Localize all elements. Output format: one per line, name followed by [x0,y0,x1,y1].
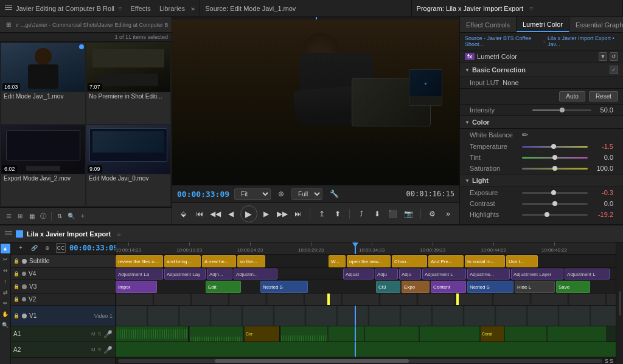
clip[interactable]: Adjust [343,269,374,280]
tool-pen[interactable]: ✏ [1,298,10,308]
bin-panel-header[interactable]: Javier Editing at Computer B Roll ≡ Effe… [0,0,200,16]
a1-clip3[interactable]: Cor [245,326,280,342]
tool-select[interactable]: ▲ [1,244,10,253]
clip[interactable]: W... [329,255,346,267]
tint-slider[interactable] [522,157,588,159]
footer-icon-plus[interactable]: + [78,211,88,221]
zoom-fit-btn[interactable]: ⊕ [278,190,284,198]
fx-reset[interactable]: ↺ [610,52,618,61]
media-item[interactable]: 16:03 Edit Mode Javi_1.mov [1,43,85,124]
track-mic-a2[interactable]: 🎤 [103,346,113,354]
track-eye-v4[interactable] [22,272,26,276]
effects-tab[interactable]: Effects [130,5,150,12]
transport-back-frame[interactable]: ◀ [224,207,238,221]
timeline-menu-btn[interactable]: ≡ [117,230,120,238]
lock-icon-subtitle[interactable]: 🔒 [13,258,19,264]
transport-extract[interactable]: ⬆ [331,207,344,221]
clip[interactable]: Nested S [467,281,513,293]
a1-clip9[interactable] [505,326,546,342]
clip[interactable]: to social m... [465,255,505,267]
sat-slider[interactable] [522,168,588,170]
temp-slider[interactable] [522,146,588,148]
media-item[interactable]: 6:02 Export Mode Javi_2.mov [1,125,85,206]
clip[interactable]: Impor [116,281,157,293]
lock-icon-v3[interactable]: 🔒 [13,284,19,289]
clip[interactable]: Adjustment Layer [511,269,563,280]
clip[interactable]: Edit [206,281,241,293]
track-m-a1[interactable]: M [91,331,96,337]
tool-razor[interactable]: ✂ [1,255,10,264]
resize-handle[interactable] [619,291,621,315]
wb-eyedropper[interactable]: ✏ [522,131,528,139]
transport-next-edit[interactable]: ⏭ [291,207,305,221]
clip[interactable]: And Pre... [428,255,464,267]
timeline-playhead[interactable] [355,242,356,254]
clip[interactable]: Nested S [260,281,308,293]
clip[interactable]: A new he... [202,255,236,267]
track-eye-subtitle[interactable] [22,259,27,264]
clip[interactable]: Ct3 [376,281,400,293]
light-section-header[interactable]: ▼ Light [460,174,623,187]
transport-prev-edit[interactable]: ⏮ [193,207,206,221]
transport-camera[interactable]: 📷 [402,207,416,221]
a2-clip[interactable] [116,342,616,357]
footer-icon-free[interactable]: ▦ [27,211,37,221]
tool-rate[interactable]: ↕ [1,276,10,286]
horizontal-scrollbar[interactable] [118,359,602,363]
bc-checkbox[interactable]: ✓ [610,66,618,74]
tool-ripple[interactable]: ⇔ [1,266,10,275]
track-m-a2[interactable]: M [91,347,96,352]
track-s-a1[interactable]: S [98,331,101,337]
tl-tool-cc[interactable]: CC [56,243,66,253]
transport-play[interactable]: ▶ [240,205,257,222]
intensity-thumb[interactable] [560,108,565,112]
tab-essential-graphics[interactable]: Essential Graphics [569,17,623,32]
track-eye-v2[interactable] [22,297,26,301]
hl-slider[interactable] [522,214,588,216]
transport-settings[interactable]: ⚙ [426,207,439,221]
track-mic-a1[interactable]: 🎤 [103,330,113,338]
exp-slider[interactable] [522,192,588,194]
clip[interactable]: Adjustment Lay [164,269,206,280]
clip[interactable]: Content [431,281,466,293]
track-s-a2[interactable]: S [98,347,101,352]
fit-dropdown[interactable]: Fit25%50%100% [234,188,271,200]
fx-dropdown[interactable]: ▼ [599,52,607,61]
footer-icon-search[interactable]: 🔍 [66,211,76,221]
bin-icon-1[interactable]: ⊞ [4,20,13,30]
libraries-tab[interactable]: Libraries [159,5,185,12]
timeline-tracks-area[interactable]: 10:00:14:23 10:00:19:23 10:00:24:23 [116,242,616,364]
track-eye-v1[interactable] [22,314,27,318]
clip[interactable]: Expo [402,281,430,293]
transport-insert[interactable]: ⬇ [371,207,384,221]
clip[interactable]: Save [556,281,590,293]
lock-icon-v4[interactable]: 🔒 [13,271,19,276]
exp-thumb[interactable] [551,190,556,195]
intensity-slider[interactable] [532,109,591,111]
clip[interactable]: open the new... [347,255,391,267]
temp-thumb[interactable] [551,144,556,149]
wrench-icon[interactable]: 🔧 [330,190,339,198]
con-slider[interactable] [522,203,588,205]
tool-hand[interactable]: ✋ [1,309,10,319]
clip[interactable]: and bring ... [164,255,201,267]
tool-zoom[interactable]: 🔍 [1,320,10,330]
transport-step-back[interactable]: ◀◀ [209,207,222,221]
tool-slip[interactable]: ⇄ [1,287,10,297]
transport-export[interactable]: ⤴ [355,207,368,221]
clip[interactable]: Adjn... [207,269,232,280]
source-panel-header[interactable]: Source: Edit Mode Javi_1.mov [200,0,411,16]
track-eye-v3[interactable] [22,284,27,289]
transport-fwd-frame[interactable]: ▶ [260,207,273,221]
reset-button[interactable]: Reset [589,91,618,101]
sat-thumb[interactable] [552,166,557,171]
media-item[interactable]: 9:09 Edit Mode Javi_0.mov [86,125,170,206]
tab-lumetri-color[interactable]: Lumetri Color [517,17,569,32]
a1-clip5[interactable] [329,326,364,342]
clip[interactable]: Adjustment La [116,269,163,280]
clip[interactable]: Hide L [515,281,555,293]
con-thumb[interactable] [552,201,557,206]
a1-clip1[interactable] [116,326,189,342]
a1-clip8[interactable]: Coral [481,326,504,342]
tab-effect-controls[interactable]: Effect Controls [460,17,517,32]
